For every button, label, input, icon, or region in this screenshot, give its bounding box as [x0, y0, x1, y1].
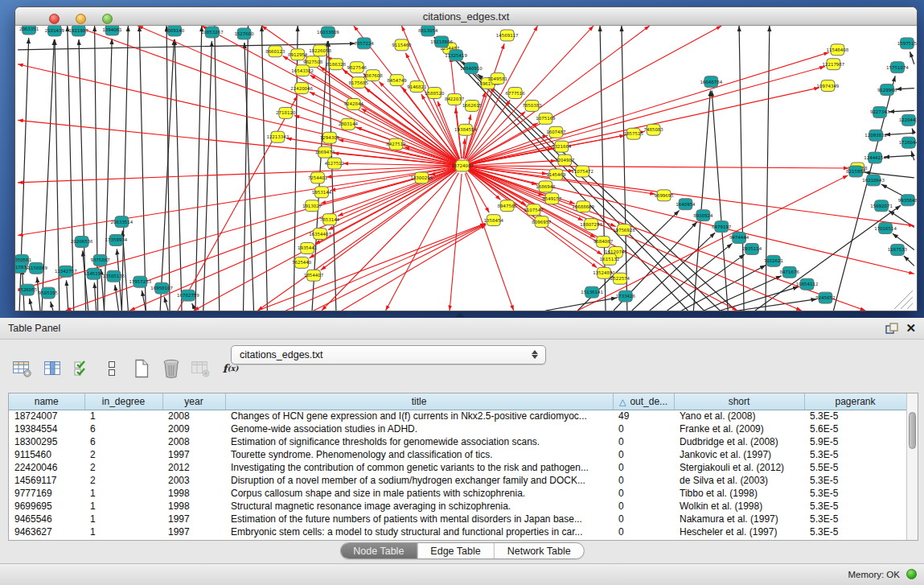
graph-node[interactable]: 17016514 — [874, 223, 897, 234]
graph-node[interactable]: 13505135 — [103, 270, 125, 282]
network-canvas[interactable]: 1872400786601238912954182260589827508165… — [15, 26, 917, 311]
graph-node[interactable]: 7850383 — [522, 100, 542, 111]
scrollbar-thumb[interactable] — [909, 412, 916, 449]
table-row[interactable]: 1456911722003Disruption of a novel membe… — [9, 474, 906, 487]
graph-node[interactable]: 2181439 — [45, 26, 65, 36]
column-header-in_degree[interactable]: in_degree — [84, 393, 162, 410]
vertical-scrollbar[interactable] — [906, 393, 918, 540]
graph-node[interactable]: 9242844 — [344, 98, 364, 109]
graph-node[interactable]: 16648784 — [700, 76, 722, 88]
column-header-title[interactable]: title — [225, 393, 613, 410]
graph-node[interactable]: 15692071 — [870, 200, 893, 212]
graph-node[interactable]: 8660123 — [265, 46, 285, 57]
graph-node[interactable]: 1075169 — [536, 113, 556, 124]
graph-node[interactable]: 9699695 — [654, 190, 673, 201]
graph-node[interactable]: 8549157 — [542, 193, 561, 204]
match-checkmarks-icon[interactable] — [71, 357, 92, 380]
graph-node[interactable]: 9129966 — [877, 84, 897, 96]
table-row[interactable]: 1938455462009Genome-wide association stu… — [9, 422, 906, 435]
graph-node[interactable]: 17359934 — [105, 235, 128, 246]
graph-node[interactable]: 1686948 — [536, 181, 556, 192]
network-window-titlebar[interactable]: citations_edges.txt — [15, 7, 917, 26]
graph-node[interactable]: 9115460 — [392, 39, 412, 51]
graph-node[interactable]: 1662615 — [462, 100, 482, 111]
table-row[interactable]: 911546021997Tourette syndrome. Phenomeno… — [9, 448, 906, 461]
table-row[interactable]: 1872400712008Changes of HCN gene express… — [9, 410, 906, 422]
graph-node[interactable]: 10974349 — [817, 80, 840, 92]
graph-node[interactable]: 9505195 — [39, 287, 58, 299]
graph-node[interactable]: 3069140 — [165, 26, 185, 36]
graph-node[interactable]: 8096957 — [532, 216, 551, 228]
tab-node-table[interactable]: Node Table — [340, 543, 417, 558]
graph-node[interactable]: 1615132 — [600, 253, 619, 265]
column-header-pagerank[interactable]: pagerank — [804, 393, 906, 410]
graph-node[interactable]: 1607487 — [546, 126, 565, 138]
graph-node[interactable]: 1821987 — [69, 26, 88, 36]
graph-node[interactable]: 7625440 — [292, 257, 312, 268]
graph-node[interactable]: 7032621 — [764, 255, 783, 266]
column-header-out_de[interactable]: △ out_de... — [613, 393, 674, 410]
graph-node[interactable]: 1107547 — [524, 204, 543, 216]
graph-node[interactable]: 7294309 — [320, 132, 340, 143]
graph-node[interactable]: 8912954 — [288, 49, 308, 60]
graph-node[interactable]: 2063351 — [19, 26, 39, 35]
column-header-year[interactable]: year — [162, 393, 225, 410]
column-settings-icon[interactable] — [11, 357, 33, 380]
graph-node[interactable]: 1220443 — [899, 114, 917, 126]
graph-node[interactable]: 7853144 — [320, 214, 340, 225]
graph-node[interactable]: 10654112 — [796, 278, 819, 290]
graph-node[interactable]: 17957253 — [129, 276, 151, 287]
graph-node[interactable]: 7485083 — [644, 124, 664, 135]
graph-node[interactable]: 1857515 — [624, 128, 643, 139]
graph-node[interactable]: 9375887 — [90, 254, 109, 266]
table-row[interactable]: 1830029562008Estimation of significance … — [9, 435, 906, 448]
graph-node[interactable]: 2526055 — [18, 284, 37, 295]
table-row[interactable]: 946362711997Embryonic stem cells: a mode… — [9, 525, 906, 538]
graph-node[interactable]: 7857224 — [355, 38, 375, 49]
delete-table-icon[interactable] — [160, 357, 182, 380]
graph-node[interactable]: 2803144 — [339, 118, 359, 130]
graph-node[interactable]: 1588520 — [425, 88, 445, 99]
close-icon[interactable]: ✕ — [906, 321, 916, 336]
graph-node[interactable]: 1527600 — [234, 28, 254, 39]
graph-node[interactable]: 1733426 — [616, 290, 636, 302]
graph-node[interactable]: 1726044 — [899, 137, 917, 148]
graph-node[interactable]: 8454749 — [387, 75, 407, 86]
graph-node[interactable]: 6479197 — [712, 221, 731, 233]
graph-node[interactable]: 8947565 — [498, 200, 517, 212]
graph-node[interactable]: 1953144 — [312, 187, 332, 198]
graph-node[interactable]: 8422037 — [445, 94, 464, 105]
graph-node[interactable]: 6777516 — [506, 88, 526, 99]
graph-node[interactable]: 9827546 — [347, 62, 368, 73]
resize-grip-icon[interactable] — [894, 290, 913, 309]
tab-edge-table[interactable]: Edge Table — [417, 543, 494, 558]
table-row[interactable]: 2242004622012Investigating the contribut… — [9, 461, 906, 474]
graph-node[interactable]: 10853267 — [201, 27, 224, 38]
node-table[interactable]: namein_degreeyeartitle△ out_de...shortpa… — [8, 393, 918, 541]
column-header-name[interactable]: name — [9, 393, 84, 410]
table-row[interactable]: 946554611997Estimation of the future num… — [9, 513, 906, 525]
splitter-handle[interactable] — [455, 312, 465, 317]
graph-node[interactable]: 9146821 — [407, 81, 426, 93]
graph-node[interactable]: 1935441 — [298, 242, 317, 253]
graph-node[interactable]: 1854407 — [304, 270, 323, 281]
graph-node[interactable]: 9935848 — [898, 195, 917, 206]
graph-node[interactable]: 14569117 — [496, 30, 519, 41]
graph-node[interactable]: 1394061 — [102, 26, 121, 35]
graph-node[interactable]: 2367608 — [363, 70, 384, 81]
graph-node[interactable]: 11548408 — [827, 44, 849, 56]
graph-node[interactable]: 12444154 — [864, 152, 886, 163]
graph-node[interactable]: 1358454 — [484, 215, 504, 226]
graph-node[interactable]: 12213343 — [266, 131, 289, 142]
graph-node[interactable]: 1640954 — [676, 199, 696, 210]
node-table-grid[interactable]: namein_degreeyeartitle△ out_de...shortpa… — [9, 393, 907, 538]
network-window[interactable]: citations_edges.txt 18724007866012389129… — [14, 6, 918, 311]
graph-node[interactable]: 9245652 — [815, 292, 835, 303]
graph-node[interactable]: 1167533 — [888, 244, 908, 255]
graph-node[interactable]: 1049581 — [488, 73, 507, 84]
tab-network-table[interactable]: Network Table — [495, 543, 584, 558]
graph-node[interactable]: 8813054 — [418, 26, 438, 36]
column-header-short[interactable]: short — [674, 393, 804, 410]
graph-node[interactable]: 2204987 — [555, 154, 574, 166]
table-row[interactable]: 977716911998Corpus callosum shape and si… — [9, 487, 906, 500]
